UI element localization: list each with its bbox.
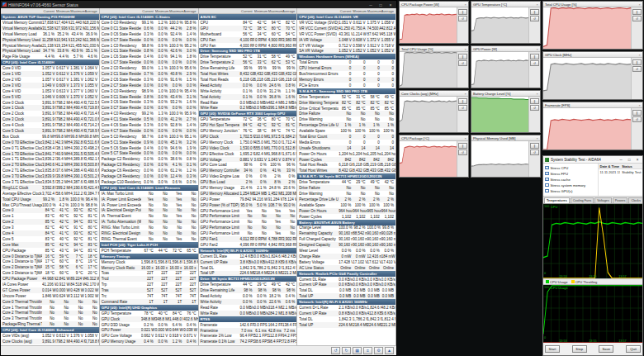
minimize-icon[interactable]: ─ (618, 158, 624, 162)
sensor-row[interactable]: Percentage Drive Life Used2 %2 %2 %2 % (297, 197, 395, 202)
sensor-row[interactable]: GPU Power79.842 W4.216 W91.284 W78.124 W (199, 197, 297, 202)
sensor-row[interactable]: Total Host Writes8,432 GB8,432 GB8,433 G… (199, 71, 297, 77)
graph-title-bar[interactable]: Physical Memory Used [MB]× (471, 135, 540, 141)
section-header[interactable]: GPU [#0]: Intel(R) UHD Graphics (100, 305, 198, 311)
sensor-row[interactable]: Core 1 C1 State Residency0.8 %0.0 %42.6 … (100, 48, 198, 54)
close-icon[interactable]: × (465, 135, 466, 140)
pause-button[interactable]: ∥ (632, 110, 642, 116)
sensor-row[interactable]: Core 1 C0 Residency98.8 %0.9 %100.0 %95.… (100, 43, 198, 49)
sensor-row[interactable]: Battery Voltage17.428 V17.102 V17.612 V1… (297, 259, 395, 265)
sensor-row[interactable]: Virtual Memory Load36.1 %35.2 %43.4 %36.… (1, 31, 99, 37)
save-button[interactable]: Save (599, 345, 613, 353)
section-header[interactable]: Memory Timings (100, 254, 198, 259)
checkbox-icon[interactable] (545, 183, 549, 187)
graph-title-bar[interactable]: Total CPU Usage [%]× (400, 46, 468, 52)
section-header[interactable]: Drive: SK hynix BC711 HFM512GD3JX013N (199, 276, 297, 282)
graph-title-bar[interactable]: CPU Package Power [W]× (400, 2, 468, 7)
sensor-row[interactable]: Core 1 T1 Effective Clock3,836.2 MHz36.4… (1, 156, 99, 162)
sensor-row[interactable]: Core 2 Thermal ThrottlingNoNoNoNo (1, 311, 99, 316)
sensor-row[interactable]: Trcd22T22T22T22T (100, 276, 198, 282)
sensor-row[interactable]: Power Cycles842842842842 (297, 157, 395, 163)
start-button[interactable]: Start (545, 345, 560, 353)
sensor-row[interactable]: Page File Usage4.4 %4.4 %5.7 %4.6 % (1, 54, 99, 59)
section-header[interactable]: Network: Intel(R) Wi-Fi 6 AX201 160MHz (199, 248, 297, 254)
sensor-row[interactable]: GPU Clock1,702.5 MHz210.0 MHz1,972.5 MHz… (199, 134, 297, 140)
sensor-row[interactable]: Total DL0.0 MB0.0 MB0.0 MB0.0 MB (297, 287, 395, 293)
graph-title-bar[interactable]: CPU Package [°C]× (400, 135, 468, 141)
sensor-row[interactable]: Wear Level0.0 %0.0 %0.0 %0.0 % (297, 248, 395, 254)
sensor-row[interactable]: Total CPU Usage99.2 %1.8 %100.0 %96.4 % (1, 197, 99, 202)
sensor-row[interactable]: Write Rate0.0 MB/s0.0 MB/s284.2 MB/s1.8 … (199, 311, 297, 316)
graph-title-bar[interactable]: GPU Power [W]× (471, 46, 540, 52)
sensor-row[interactable]: GPU Memory Controller Load34 %0 %41 %33 … (199, 168, 297, 173)
sensor-row[interactable]: CPU Package Power44.968 W2.841 W89.224 W… (1, 276, 99, 282)
sensor-row[interactable]: Physical Memory Load34.7 %33.8 %40.9 %35… (1, 48, 99, 54)
grid-view-icon[interactable]: ▦ (353, 347, 362, 354)
sensor-row[interactable]: Percentage Drive Life Used1 %1 %1 %1 % (297, 122, 395, 128)
sensor-row[interactable]: GPU Memory Allocated1,254 MB124 MB1,452 … (199, 191, 297, 197)
reset-button[interactable]: ↺ (530, 16, 539, 21)
graph-title-bar[interactable]: Battery Charge Level [%]× (471, 91, 540, 97)
sensor-row[interactable]: Core 1 T0 Effective Clock3,841.7 MHz40.9… (1, 151, 99, 157)
sensor-row[interactable]: Core 2 VID1.057 V0.617 V1.381 V1.062 V (1, 77, 99, 83)
sensor-row[interactable]: Core 2 Distance to TjMAX15 °C58 °C6 °C17… (1, 264, 99, 270)
sensor-row[interactable]: IA: Turbo Attenuation (MCT)NoNoNoNo (100, 219, 198, 225)
section-header[interactable]: CPU [#0]: Intel Core i5-11400H: C-States (100, 14, 198, 20)
sensor-row[interactable]: RING: Max Turbo LimitNoNoNoNo (100, 225, 198, 230)
sensor-row[interactable]: GPU Memory Junction Temperature76 °C38 °… (199, 128, 297, 134)
hwinfo-title-bar[interactable]: HWiNFO64 v7.06-4560 Sensor Status ─ □ × (1, 1, 396, 8)
checkbox-icon[interactable] (545, 189, 549, 193)
sensor-row[interactable]: GPU Fan4,000 RPM0 RPM4,800 RPM3,860 RPM (199, 43, 297, 49)
sensor-row[interactable]: Designed Capacity90,160 mWh90,160 mWh90,… (297, 242, 395, 248)
sensor-row[interactable]: Core 4 VID1.053 V0.613 V1.377 V1.060 V (1, 88, 99, 94)
sensor-row[interactable]: Total UP0.0 MB0.0 MB0.0 MB0.0 MB (297, 293, 395, 299)
sensor-row[interactable]: GPU Temperature78 °C40 °C84 °C76 °C (100, 311, 198, 316)
graph-title-bar[interactable]: Framerate [FPS]× (543, 102, 642, 108)
sensor-row[interactable]: Core 2 T0 Effective Clock3,840.6 MHz41.2… (1, 162, 99, 168)
sensor-row[interactable]: Total UP224.6 MB218.4 MB224.6 MB221.2 MB (297, 322, 395, 328)
sensor-row[interactable]: Core 0 C7 State Residency0.0 %0.0 %0.0 %… (100, 37, 198, 43)
sensor-row[interactable]: Core 5 C0 Residency98.7 %0.8 %100.0 %95.… (100, 134, 198, 140)
sensor-row[interactable]: Drive Temperature52 °C31 °C58 °C49 °C (199, 54, 297, 59)
sensor-row[interactable]: Total Host Reads6,218 GB6,218 GB6,219 GB… (297, 162, 395, 168)
sensor-row[interactable]: GPU Video Engine Load0 %0 %2 %0 % (199, 173, 297, 179)
sensor-row[interactable]: GPU Core Voltage0.662 V0.612 V0.918 V0.6… (100, 333, 198, 339)
sensor-row[interactable]: Core 0 T1 Effective Clock3,838.4 MHz38.1… (1, 145, 99, 151)
sensor-row[interactable]: Core 285 °C42 °C94 °C83 °C (1, 219, 99, 225)
sensor-row[interactable]: Available Spare100 %100 %100 %100 % (297, 202, 395, 208)
stress-checkbox-row[interactable]: Stress CPU (545, 165, 596, 170)
section-header[interactable]: CPU [#0]: Intel Core i5-11400H: Limit Re… (100, 185, 198, 191)
close-icon[interactable]: × (634, 158, 641, 162)
status-table-row[interactable]: 11.11.2021 13:52:04 Stability Test: Star… (599, 169, 642, 175)
sensor-row[interactable]: Memory Errors0000 (297, 77, 395, 83)
sensor-row[interactable]: Core 5 C6 State Residency0.4 %0.0 %94.6 … (100, 145, 198, 151)
sensor-row[interactable]: Core 084 °C41 °C93 °C82 °C (1, 208, 99, 214)
sensor-row[interactable]: Package C8 Residency0.0 %0.0 %12.4 %0.3 … (100, 173, 198, 179)
sensor-row[interactable]: Package C6 Residency0.0 %0.0 %61.2 %1.2 … (100, 168, 198, 173)
stress-checkbox-row[interactable]: Stress GPU(s) (545, 188, 596, 193)
pause-button[interactable]: ∥ (458, 9, 467, 15)
sensor-row[interactable]: Command Rate1T1T1T1T (100, 299, 198, 305)
sensor-row[interactable]: Drive Temperature 256 °C33 °C62 °C53 °C (199, 59, 297, 65)
sensor-row[interactable]: GPU Bus Load2 %0 %8 %2 % (199, 179, 297, 185)
sensor-row[interactable]: GPU Power (% of TDP)95.0 %5.0 %108.7 %93… (199, 202, 297, 208)
sensor-row[interactable]: PCIe Errors0000 (297, 83, 395, 88)
sensor-row[interactable]: AC Line StatusOnlineOnlineOnlineOnline (297, 265, 395, 271)
sensor-row[interactable]: GPU Memory Usage21.4 %2.1 %24.8 %20.6 % (199, 185, 297, 191)
sensor-row[interactable]: Core 2 Clock3,891.9 MHz798.2 MHz4,490.4 … (1, 111, 99, 116)
sensor-row[interactable]: SA VR Voltage1.052 V1.052 V1.052 V1.052 … (297, 48, 395, 54)
sensor-row[interactable]: IA: Electrical Design Point/OtherNoNoNoN… (100, 208, 198, 214)
sensor-row[interactable]: Write Activity0.1 %0.0 %31.2 %1.1 % (199, 88, 297, 94)
sensor-row[interactable]: IA: Power Limit Exceeded (PL1)YesNoYesNo (100, 197, 198, 202)
section-header[interactable]: S.M.A.R.T.: Samsung SSD 980 PRO 1TB (297, 88, 395, 94)
reset-button[interactable]: ↺ (632, 116, 642, 122)
maximize-icon[interactable]: □ (376, 2, 385, 7)
sensor-row[interactable]: Core VIDs (avg)1.052 V0.612 V1.376 V1.05… (1, 333, 99, 339)
minimize-icon[interactable]: ─ (367, 2, 375, 7)
sensor-row[interactable]: GT VR Voltage0.712 V0.598 V0.912 V0.718 … (297, 43, 395, 49)
stop-button[interactable]: Stop (572, 345, 587, 353)
sensor-row[interactable]: Charge Level100.0 %98.2 %100.0 %99.8 % (297, 225, 395, 231)
sensor-row[interactable]: Available Spare100 %100 %100 %100 % (297, 128, 395, 134)
sensor-row[interactable]: Package/Ring Thermal ThrottlingNoNoNoNo (1, 321, 99, 327)
graph-title-bar[interactable]: Total CPU Usage [%]× (543, 2, 642, 7)
